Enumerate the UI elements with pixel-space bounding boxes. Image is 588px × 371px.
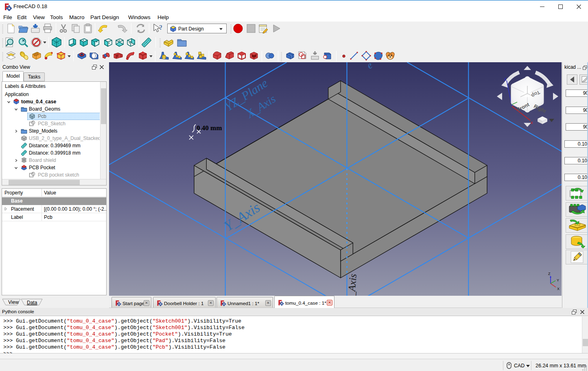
svg-text:Y: Y xyxy=(557,278,559,282)
svg-text:0.40 mm: 0.40 mm xyxy=(197,124,222,132)
svg-text:Z: Z xyxy=(548,272,551,276)
svg-text:?: ? xyxy=(159,24,162,31)
svg-text:Z_Axis: Z_Axis xyxy=(345,273,358,297)
svg-text:View: View xyxy=(8,299,19,305)
svg-text:x: x xyxy=(531,120,533,125)
svg-text:Data: Data xyxy=(27,300,37,306)
svg-text:X: X xyxy=(557,287,560,291)
svg-text:z: z xyxy=(504,76,507,81)
